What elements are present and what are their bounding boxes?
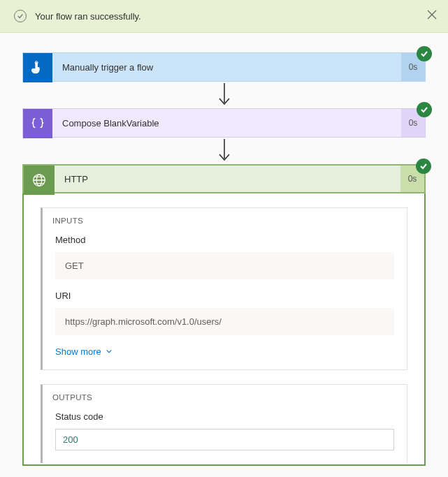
outputs-header: OUTPUTS xyxy=(43,385,407,411)
globe-icon xyxy=(24,166,55,195)
flow-step-compose[interactable]: Compose BlankVariable 0s xyxy=(22,108,426,138)
step-title: Compose BlankVariable xyxy=(52,109,401,137)
show-more-link[interactable]: Show more xyxy=(43,346,407,357)
flow-step-manual-trigger[interactable]: Manually trigger a flow 0s xyxy=(22,52,426,82)
arrow-down-icon xyxy=(22,138,426,164)
success-badge-icon xyxy=(416,159,431,174)
step-title: Manually trigger a flow xyxy=(52,53,401,81)
inputs-header: INPUTS xyxy=(43,208,407,235)
close-icon[interactable] xyxy=(427,10,437,20)
hand-touch-icon xyxy=(23,53,52,82)
outputs-section: OUTPUTS Status code 200 xyxy=(41,384,407,463)
success-badge-icon xyxy=(417,102,432,117)
chevron-down-icon xyxy=(106,346,113,357)
success-notification: Your flow ran successfully. xyxy=(0,0,448,33)
http-details-panel: INPUTS Method GET URI https://graph.micr… xyxy=(22,193,426,466)
flow-step-http[interactable]: HTTP 0s xyxy=(22,164,426,193)
uri-value: https://graph.microsoft.com/v1.0/users/ xyxy=(55,308,394,335)
method-value: GET xyxy=(55,252,394,279)
inputs-section: INPUTS Method GET URI https://graph.micr… xyxy=(41,207,407,370)
arrow-down-icon xyxy=(22,82,426,108)
notification-text: Your flow ran successfully. xyxy=(35,11,141,22)
method-label: Method xyxy=(55,235,394,245)
step-title: HTTP xyxy=(55,166,400,192)
braces-icon xyxy=(23,109,52,138)
status-code-value[interactable]: 200 xyxy=(55,429,394,450)
check-circle-icon xyxy=(14,10,27,22)
success-badge-icon xyxy=(417,46,432,61)
uri-label: URI xyxy=(55,291,394,301)
status-code-label: Status code xyxy=(55,411,394,422)
